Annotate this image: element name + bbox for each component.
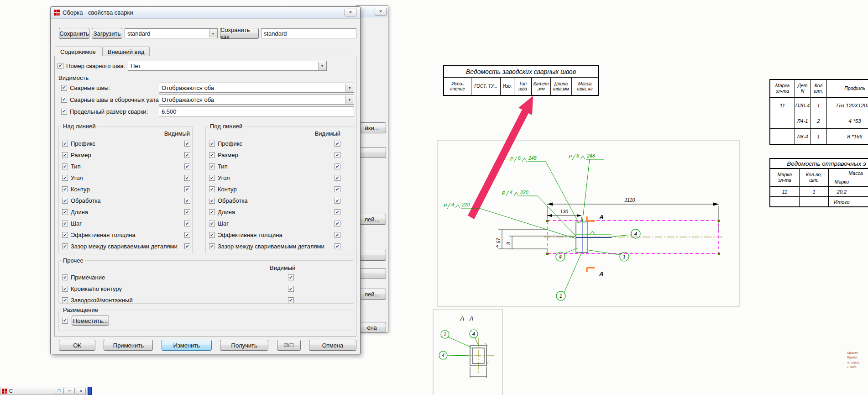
callout-bubbles: 4 1 4 1 [556, 229, 640, 300]
property-checkbox[interactable] [62, 175, 68, 181]
visible-checkbox[interactable] [335, 186, 340, 192]
property-checkbox[interactable] [209, 141, 215, 147]
visible-column-header: Видимый [206, 130, 354, 138]
limit-label: Предельный размер сварки: [70, 108, 148, 115]
property-checkbox[interactable] [209, 186, 215, 192]
property-checkbox[interactable] [209, 243, 215, 249]
partial-button[interactable]: лей... [358, 214, 386, 225]
placement-checkbox[interactable] [62, 318, 68, 324]
partial-button[interactable]: йки... [358, 122, 386, 133]
dimension-130: 130 [547, 209, 581, 221]
visible-checkbox[interactable] [184, 163, 190, 169]
welds-select[interactable]: Отображаются оба [159, 83, 354, 93]
visible-checkbox[interactable] [335, 232, 340, 238]
property-checkbox[interactable] [209, 221, 215, 226]
section-mark-bottom: А [599, 270, 603, 277]
property-checkbox[interactable] [62, 232, 68, 238]
property-checkbox[interactable] [62, 186, 68, 192]
property-label: Префикс [218, 140, 242, 147]
property-checkbox[interactable] [209, 175, 215, 181]
property-checkbox[interactable] [62, 152, 68, 158]
property-checkbox[interactable] [62, 163, 68, 169]
apply-button[interactable]: Применить [104, 340, 153, 351]
tab-appearance[interactable]: Внешний вид [102, 47, 150, 56]
visible-checkbox[interactable] [184, 141, 190, 147]
partial-button[interactable] [358, 268, 386, 279]
dialog-titlebar[interactable]: Сборка - свойства сварки [51, 7, 360, 19]
visible-checkbox[interactable] [184, 198, 190, 204]
property-checkbox[interactable] [209, 209, 215, 215]
welds-nodes-select[interactable]: Отображаются оба [159, 95, 354, 105]
close-icon[interactable] [345, 9, 356, 16]
visible-checkbox[interactable] [288, 274, 294, 280]
load-button[interactable]: Загрузить [92, 28, 122, 39]
visible-checkbox[interactable] [335, 221, 340, 226]
visible-checkbox[interactable] [335, 141, 340, 147]
property-checkbox[interactable] [62, 297, 68, 303]
visible-checkbox[interactable] [335, 163, 340, 169]
property-checkbox[interactable] [62, 209, 68, 215]
partial-button[interactable]: лей... [358, 289, 386, 300]
modify-button[interactable]: Изменить [162, 340, 212, 351]
cancel-button[interactable]: Отмена [309, 340, 356, 351]
visible-checkbox[interactable] [184, 243, 190, 249]
col-header: Дет N [795, 80, 810, 97]
ok-button[interactable]: ОК [59, 340, 95, 351]
main-view-frame [437, 140, 739, 306]
property-label: Размер [71, 152, 91, 158]
visible-checkbox[interactable] [184, 175, 190, 181]
visible-checkbox[interactable] [184, 186, 190, 192]
weld-number-select[interactable]: Нет [128, 61, 327, 71]
section-view-frame [433, 309, 502, 395]
note-line: Предел. [847, 355, 868, 360]
property-checkbox[interactable] [209, 232, 215, 238]
visible-checkbox[interactable] [184, 232, 190, 238]
partial-button[interactable] [358, 147, 386, 158]
visible-checkbox[interactable] [288, 297, 294, 303]
visible-checkbox[interactable] [184, 209, 190, 215]
property-row: Длина [206, 206, 354, 218]
visible-checkbox[interactable] [184, 152, 190, 158]
property-checkbox[interactable] [62, 274, 68, 280]
maximize-icon[interactable]: ▭ [65, 388, 75, 394]
place-button[interactable]: Поместить... [72, 316, 109, 326]
property-checkbox[interactable] [62, 198, 68, 204]
save-as-button[interactable]: Сохранить как [220, 28, 259, 39]
save-as-input[interactable]: standard [261, 28, 356, 38]
visible-checkbox[interactable] [335, 175, 340, 181]
visible-checkbox[interactable] [288, 286, 294, 292]
get-button[interactable]: Получить [220, 340, 268, 351]
property-checkbox[interactable] [62, 141, 68, 147]
welds-row: Сварные швы: [61, 83, 110, 93]
toggle-all-checkboxes-button[interactable]: ☑/☐ [277, 340, 301, 351]
visible-checkbox[interactable] [335, 198, 340, 204]
visible-checkbox[interactable] [335, 152, 340, 158]
svg-text:6: 6 [576, 153, 579, 158]
partial-button[interactable] [358, 250, 386, 261]
property-checkbox[interactable] [209, 163, 215, 169]
close-icon[interactable]: ✕ [76, 388, 86, 394]
visible-checkbox[interactable] [335, 209, 340, 215]
weld-symbol: Р 4 220 [502, 190, 576, 236]
property-checkbox[interactable] [209, 152, 215, 158]
tab-content[interactable]: Содержимое [55, 47, 101, 57]
content-tab-panel: Номер сварного шва: Нет Видимость Сварны… [54, 56, 356, 337]
minimized-window-bar[interactable]: С ❐ ▭ ✕ [0, 387, 88, 395]
property-checkbox[interactable] [62, 221, 68, 226]
welds-nodes-checkbox[interactable] [61, 97, 67, 103]
property-checkbox[interactable] [62, 243, 68, 249]
weld-number-checkbox[interactable] [58, 63, 63, 69]
minimized-window-edge[interactable] [88, 387, 92, 395]
limit-checkbox[interactable] [61, 109, 67, 115]
property-checkbox[interactable] [209, 198, 215, 204]
close-icon[interactable] [375, 8, 387, 16]
welds-checkbox[interactable] [61, 85, 67, 91]
limit-input[interactable]: 6.500 [159, 106, 354, 116]
visible-checkbox[interactable] [184, 221, 190, 226]
partial-button[interactable]: ена [358, 322, 386, 333]
restore-icon[interactable]: ❐ [54, 388, 64, 394]
preset-select[interactable]: standard [125, 28, 218, 38]
save-button[interactable]: Сохранить [59, 28, 89, 39]
property-checkbox[interactable] [62, 286, 68, 292]
visible-checkbox[interactable] [335, 243, 340, 249]
